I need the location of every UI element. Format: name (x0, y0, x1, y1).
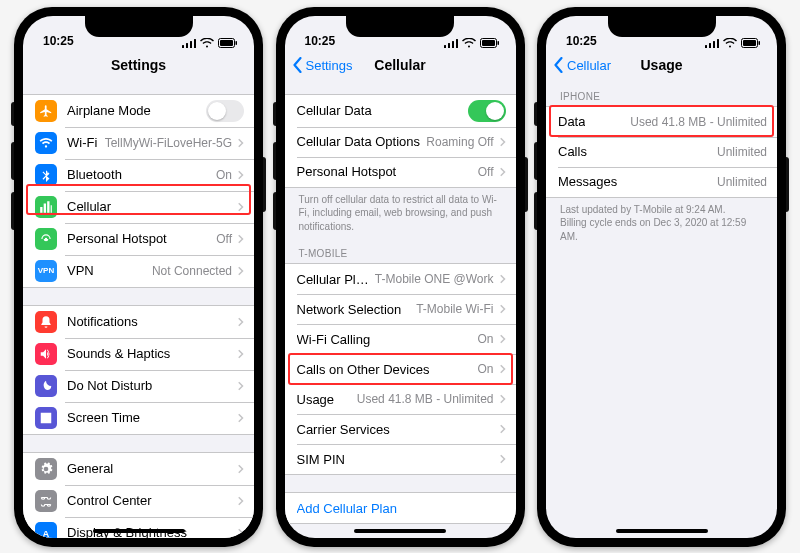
chevron-right-icon (238, 202, 244, 212)
row-control-center[interactable]: Control Center (23, 485, 254, 517)
sounds-icon (35, 343, 57, 365)
row-sounds[interactable]: Sounds & Haptics (23, 338, 254, 370)
back-label: Settings (306, 58, 353, 73)
phone-settings: 10:25 Settings Airplane Mode Wi-Fi (14, 7, 263, 547)
row-label: General (67, 461, 113, 476)
row-label: Control Center (67, 493, 152, 508)
chevron-right-icon (500, 424, 506, 434)
phone-usage: 10:25 Cellular Usage IPHONE Data Used 41… (537, 7, 786, 547)
cellular-data-toggle[interactable] (468, 100, 506, 122)
row-cellular-plans[interactable]: Cellular Plans T-Mobile ONE @Work (285, 264, 516, 294)
svg-rect-21 (709, 43, 711, 48)
control-center-icon (35, 490, 57, 512)
svg-rect-19 (497, 41, 499, 45)
row-calls-usage[interactable]: Calls Unlimited (546, 137, 777, 167)
cellular-list[interactable]: Cellular Data Cellular Data Options Roam… (285, 82, 516, 538)
status-time: 10:25 (566, 34, 597, 48)
row-label: Cellular Plans (297, 272, 375, 287)
back-button[interactable]: Settings (291, 57, 353, 73)
display-icon: A (35, 522, 57, 538)
row-detail: T-Mobile Wi-Fi (416, 302, 493, 316)
gear-icon (35, 458, 57, 480)
page-title: Settings (111, 57, 166, 73)
row-personal-hotspot[interactable]: Personal Hotspot Off (23, 223, 254, 255)
signal-icon (705, 38, 719, 48)
svg-rect-2 (190, 41, 192, 48)
chevron-right-icon (238, 528, 244, 538)
iphone-section-header: IPHONE (546, 82, 777, 106)
row-cellular[interactable]: Cellular (23, 191, 254, 223)
row-airplane-mode[interactable]: Airplane Mode (23, 95, 254, 127)
svg-rect-15 (452, 41, 454, 48)
row-label: Bluetooth (67, 167, 122, 182)
usage-list[interactable]: IPHONE Data Used 41.8 MB - Unlimited Cal… (546, 82, 777, 538)
home-indicator[interactable] (354, 529, 446, 533)
wifi-icon (462, 38, 476, 48)
bluetooth-icon (35, 164, 57, 186)
svg-rect-18 (482, 40, 495, 46)
airplane-toggle[interactable] (206, 100, 244, 122)
row-carrier-services[interactable]: Carrier Services (285, 414, 516, 444)
svg-rect-5 (220, 40, 233, 46)
row-detail: T-Mobile ONE @Work (375, 272, 494, 286)
row-display[interactable]: A Display & Brightness (23, 517, 254, 538)
row-label: Data (558, 114, 585, 129)
row-detail: Off (216, 232, 232, 246)
row-usage[interactable]: Usage Used 41.8 MB - Unlimited (285, 384, 516, 414)
row-wifi-calling[interactable]: Wi-Fi Calling On (285, 324, 516, 354)
chevron-right-icon (238, 234, 244, 244)
chevron-right-icon (238, 349, 244, 359)
svg-rect-26 (759, 41, 761, 45)
row-label: Cellular Data (297, 103, 372, 118)
row-network-selection[interactable]: Network Selection T-Mobile Wi-Fi (285, 294, 516, 324)
row-do-not-disturb[interactable]: Do Not Disturb (23, 370, 254, 402)
row-label: Calls on Other Devices (297, 362, 430, 377)
row-sim-pin[interactable]: SIM PIN (285, 444, 516, 474)
row-add-cellular-plan[interactable]: Add Cellular Plan (285, 493, 516, 523)
svg-rect-6 (236, 41, 238, 45)
vpn-icon: VPN (35, 260, 57, 282)
row-data-usage[interactable]: Data Used 41.8 MB - Unlimited (546, 107, 777, 137)
chevron-right-icon (238, 266, 244, 276)
chevron-right-icon (238, 381, 244, 391)
home-indicator[interactable] (93, 529, 185, 533)
row-wifi[interactable]: Wi-Fi TellMyWi-FiLoveHer-5G (23, 127, 254, 159)
row-label: Notifications (67, 314, 138, 329)
status-time: 10:25 (305, 34, 336, 48)
row-detail: Off (478, 165, 494, 179)
row-cellular-data-options[interactable]: Cellular Data Options Roaming Off (285, 127, 516, 157)
row-personal-hotspot[interactable]: Personal Hotspot Off (285, 157, 516, 187)
settings-list[interactable]: Airplane Mode Wi-Fi TellMyWi-FiLoveHer-5… (23, 82, 254, 538)
row-label: Do Not Disturb (67, 378, 152, 393)
row-detail: On (477, 332, 493, 346)
row-label: Network Selection (297, 302, 402, 317)
back-label: Cellular (567, 58, 611, 73)
nav-bar: Settings (23, 50, 254, 82)
row-screen-time[interactable]: Screen Time (23, 402, 254, 434)
row-cellular-data[interactable]: Cellular Data (285, 95, 516, 127)
svg-rect-22 (713, 41, 715, 48)
svg-rect-14 (448, 43, 450, 48)
screentime-icon (35, 407, 57, 429)
notch (346, 16, 454, 37)
row-label: Messages (558, 174, 617, 189)
svg-rect-3 (194, 39, 196, 48)
cellular-data-footer: Turn off cellular data to restrict all d… (285, 188, 516, 240)
chevron-right-icon (500, 137, 506, 147)
row-calls-other-devices[interactable]: Calls on Other Devices On (285, 354, 516, 384)
chevron-right-icon (238, 317, 244, 327)
back-button[interactable]: Cellular (552, 57, 611, 73)
row-bluetooth[interactable]: Bluetooth On (23, 159, 254, 191)
chevron-right-icon (500, 454, 506, 464)
row-detail: Unlimited (717, 175, 767, 189)
airplane-icon (35, 100, 57, 122)
row-label: Personal Hotspot (67, 231, 167, 246)
row-vpn[interactable]: VPN VPN Not Connected (23, 255, 254, 287)
home-indicator[interactable] (616, 529, 708, 533)
row-messages-usage[interactable]: Messages Unlimited (546, 167, 777, 197)
chevron-right-icon (500, 274, 506, 284)
row-label: Wi-Fi (67, 135, 97, 150)
row-notifications[interactable]: Notifications (23, 306, 254, 338)
cellular-icon (35, 196, 57, 218)
row-general[interactable]: General (23, 453, 254, 485)
